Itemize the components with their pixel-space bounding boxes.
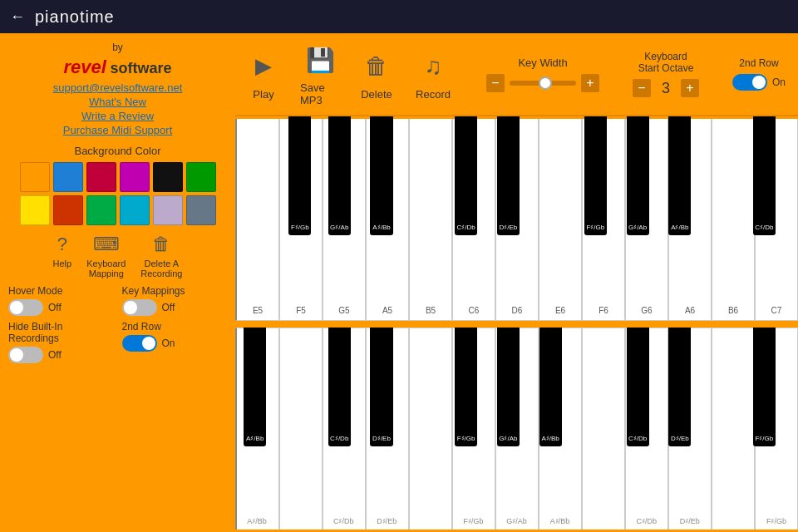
black-key-csharp7[interactable]: C♯/Db <box>753 116 776 235</box>
record-button[interactable]: ♫ Record <box>413 48 453 101</box>
bottom-keyboard: A♯/Bb C♯/Db D♯/Eb F♯/Gb G♯/Ab A♯/Bb C♯/D… <box>235 328 798 532</box>
by-label: by <box>8 42 227 53</box>
hide-recordings-label: Hide Built-In Recordings <box>8 321 114 344</box>
whats-new-link[interactable]: What's New <box>8 96 227 108</box>
row2-sidebar-state: On <box>162 337 175 349</box>
key-mappings-toggle-row: Off <box>122 299 228 316</box>
white-key-bot-12[interactable] <box>712 328 755 532</box>
color-swatch-purple[interactable] <box>120 162 150 192</box>
key-width-thumb <box>539 76 552 90</box>
white-key-bot-9[interactable] <box>582 328 625 532</box>
record-label: Record <box>416 88 451 101</box>
key-mappings-label: Key Mappings <box>122 285 228 297</box>
hover-mode-toggle[interactable] <box>8 299 43 316</box>
octave-controls: − 3 + <box>633 79 699 97</box>
key-width-section: Key Width − + <box>486 57 599 92</box>
black-key-csharp6[interactable]: C♯/Db <box>455 116 477 235</box>
row2-toolbar-knob <box>752 76 766 89</box>
black-key-bot-fsharp2[interactable]: F♯/Gb <box>753 328 776 446</box>
white-key-b6[interactable]: B6 <box>712 116 755 321</box>
color-swatch-green[interactable] <box>186 162 216 192</box>
key-width-label: Key Width <box>518 57 567 69</box>
delete-label: Delete <box>361 88 392 101</box>
color-swatch-blue[interactable] <box>53 162 83 192</box>
key-mappings-toggle[interactable] <box>122 299 157 316</box>
black-key-bot-csharp2[interactable]: C♯/Db <box>627 328 649 446</box>
key-mappings-knob <box>124 301 137 314</box>
key-width-plus[interactable]: + <box>581 74 599 92</box>
row2-sidebar-knob <box>142 337 155 350</box>
octave-minus[interactable]: − <box>633 79 651 97</box>
octave-section: Keyboard Start Octave − 3 + <box>633 51 699 97</box>
key-mappings-state: Off <box>162 302 175 313</box>
white-key-e5[interactable]: E5 <box>235 116 279 321</box>
play-button[interactable]: ▶ Play <box>244 48 283 101</box>
black-key-bot-csharp[interactable]: C♯/Db <box>328 328 351 446</box>
row2-sidebar-label: 2nd Row <box>122 321 228 332</box>
software-text: software <box>110 60 171 76</box>
purchase-midi-link[interactable]: Purchase Midi Support <box>8 124 227 136</box>
keyboard-mapping-button[interactable]: ⌨ KeyboardMapping <box>86 234 126 278</box>
black-key-bot-asharp[interactable]: A♯/Bb <box>244 328 266 446</box>
white-key-b5[interactable]: B5 <box>409 116 452 321</box>
black-key-gsharp6[interactable]: G♯/Ab <box>627 116 649 235</box>
keyboard-icon: ⌨ <box>93 234 120 255</box>
row2-toolbar-section: 2nd Row On <box>732 57 786 91</box>
help-button[interactable]: ? Help <box>53 234 72 278</box>
color-swatch-orange-red[interactable] <box>53 195 83 225</box>
color-swatch-yellow[interactable] <box>20 195 50 225</box>
black-key-bot-gsharp[interactable]: G♯/Ab <box>497 328 520 446</box>
hide-recordings-toggle-row: Off <box>8 347 114 363</box>
piano-area: E5 F5 G5 A5 B5 C6 D6 E6 F6 G6 A6 B6 C7 F… <box>235 116 798 532</box>
octave-plus[interactable]: + <box>681 79 699 97</box>
white-key-bot-2[interactable] <box>279 328 323 532</box>
color-swatch-orange[interactable] <box>20 162 50 192</box>
black-key-dsharp6[interactable]: D♯/Eb <box>497 116 520 235</box>
delete-recording-label: Delete ARecording <box>140 259 182 278</box>
key-width-track[interactable] <box>510 81 576 86</box>
white-key-e6[interactable]: E6 <box>539 116 582 321</box>
black-key-fsharp6[interactable]: F♯/Gb <box>584 116 607 235</box>
black-key-bot-dsharp2[interactable]: D♯/Eb <box>668 328 691 446</box>
write-review-link[interactable]: Write a Review <box>8 110 227 122</box>
color-swatch-black[interactable] <box>153 162 183 192</box>
color-swatch-slate[interactable] <box>186 195 216 225</box>
black-key-asharp5[interactable]: A♯/Bb <box>370 116 392 235</box>
help-icon: ? <box>57 234 67 255</box>
hide-recordings-state: Off <box>48 349 62 361</box>
hover-mode-label: Hover Mode <box>8 285 114 297</box>
black-key-gsharp5[interactable]: G♯/Ab <box>328 116 351 235</box>
black-key-bot-asharp2[interactable]: A♯/Bb <box>539 328 562 446</box>
keyboard-mapping-label: KeyboardMapping <box>86 259 126 278</box>
hide-recordings-section: Hide Built-In Recordings Off <box>8 321 114 363</box>
color-swatch-red[interactable] <box>86 162 116 192</box>
key-width-minus[interactable]: − <box>486 74 505 92</box>
save-mp3-button[interactable]: 💾 Save MP3 <box>300 42 340 106</box>
octave-value: 3 <box>658 80 674 97</box>
hide-recordings-knob <box>10 348 23 362</box>
color-swatch-light-green[interactable] <box>86 195 116 225</box>
settings-row-1: Hover Mode Off Key Mappings Off <box>8 285 227 316</box>
color-swatch-teal[interactable] <box>120 195 150 225</box>
row2-sidebar-toggle[interactable] <box>122 335 157 352</box>
back-button[interactable]: ← <box>10 8 25 26</box>
color-swatch-lavender[interactable] <box>153 195 183 225</box>
white-key-bot-5[interactable] <box>409 328 452 532</box>
hide-recordings-toggle[interactable] <box>8 347 43 363</box>
octave-label: Keyboard Start Octave <box>633 51 699 74</box>
hover-mode-knob <box>10 301 23 314</box>
delete-button[interactable]: 🗑 Delete <box>357 48 397 101</box>
row2-toolbar-toggle[interactable] <box>732 74 767 91</box>
revel-logo: revel software <box>8 57 227 78</box>
middle-orange-divider <box>235 323 798 326</box>
black-key-fsharp5[interactable]: F♯/Gb <box>288 116 311 235</box>
delete-recording-button[interactable]: 🗑 Delete ARecording <box>140 234 182 278</box>
key-mappings-section: Key Mappings Off <box>122 285 228 316</box>
play-label: Play <box>253 88 273 101</box>
revel-text: revel <box>64 57 106 77</box>
black-key-bot-fsharp[interactable]: F♯/Gb <box>455 328 477 446</box>
black-key-bot-dsharp[interactable]: D♯/Eb <box>370 328 392 446</box>
row2-sidebar-toggle-row: On <box>122 335 228 352</box>
black-key-asharp6[interactable]: A♯/Bb <box>668 116 691 235</box>
email-link[interactable]: support@revelsoftware.net <box>8 81 227 94</box>
